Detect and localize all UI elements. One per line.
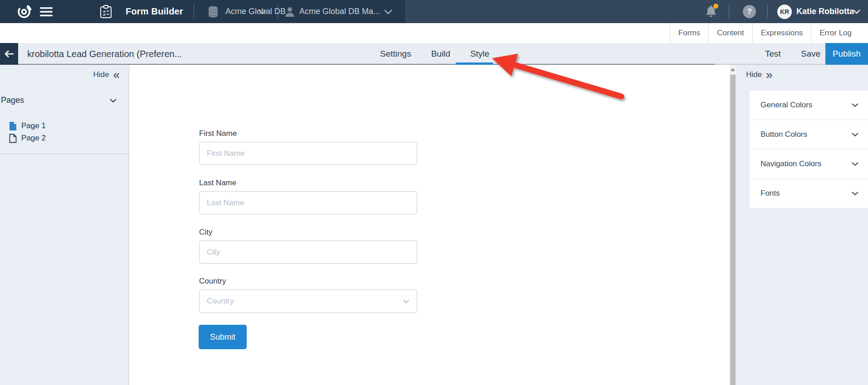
- navbar-divider: [729, 5, 729, 19]
- bell-icon[interactable]: [705, 0, 717, 23]
- hide-label: Hide: [746, 70, 762, 79]
- submit-button[interactable]: Submit: [199, 325, 247, 349]
- active-tab-underline: [456, 63, 493, 65]
- canvas-scrollbar: [730, 65, 736, 385]
- form-toolbar: krobilotta Lead Generation (Preferen... …: [0, 43, 868, 65]
- nav-item-expressions[interactable]: Expressions: [752, 23, 811, 43]
- chevron-down-icon: [851, 162, 859, 166]
- notification-badge: [713, 4, 718, 9]
- navbar-divider: [278, 5, 278, 19]
- form-field-country: Country Country: [199, 277, 417, 313]
- acoustic-logo-icon[interactable]: [16, 0, 32, 23]
- page-item-1[interactable]: Page 1: [0, 120, 129, 132]
- field-label: City: [199, 228, 417, 237]
- page-filled-icon: [9, 121, 17, 131]
- form-preview-canvas: First Name Last Name City Country Countr…: [130, 65, 729, 385]
- database-selector[interactable]: Acme Global DB: [225, 0, 286, 23]
- pages-section-title: Pages: [1, 96, 24, 105]
- back-button[interactable]: [0, 43, 18, 65]
- form-field-first-name: First Name: [199, 129, 417, 165]
- database-chevron-down-icon[interactable]: [258, 0, 267, 23]
- double-chevron-left-icon: «: [113, 70, 120, 79]
- top-navbar: Form Builder Acme Global DB Acme Global …: [0, 0, 868, 23]
- user-name[interactable]: Katie Robilotta: [796, 0, 854, 23]
- clipboard-icon: [100, 0, 112, 23]
- accordion-general-colors[interactable]: General Colors: [750, 91, 868, 120]
- city-input[interactable]: [199, 241, 417, 264]
- chevron-down-icon: [851, 103, 859, 107]
- publish-button[interactable]: Publish: [825, 43, 868, 65]
- style-accordion-card: General Colors Button Colors Navigation …: [750, 91, 868, 208]
- product-title: Form Builder: [126, 0, 183, 23]
- page-item-2[interactable]: Page 2: [0, 132, 129, 144]
- secondary-nav: Forms Content Expressions Error Log: [0, 23, 868, 43]
- form-field-city: City: [199, 228, 417, 264]
- scrollbar-thumb[interactable]: [730, 75, 736, 385]
- nav-item-forms[interactable]: Forms: [670, 23, 708, 43]
- pages-panel: Hide « Pages Page 1 Page 2: [0, 65, 129, 385]
- first-name-input[interactable]: [199, 142, 417, 165]
- accordion-button-colors[interactable]: Button Colors: [750, 120, 868, 149]
- org-selector[interactable]: Acme Global DB Ma...: [299, 0, 380, 23]
- page-label: Page 2: [21, 134, 46, 143]
- accordion-label: Button Colors: [761, 130, 807, 139]
- field-label: Country: [199, 277, 417, 286]
- style-options-panel: Hide » General Colors Button Colors Navi…: [736, 65, 868, 385]
- nav-item-content[interactable]: Content: [708, 23, 752, 43]
- person-icon: [285, 0, 295, 23]
- user-chevron-down-icon[interactable]: [853, 0, 861, 23]
- chevron-down-icon: [851, 132, 859, 137]
- toolbar-tabs: Settings Build Style: [380, 43, 489, 65]
- panel-divider: [0, 154, 129, 154]
- tab-settings[interactable]: Settings: [380, 49, 411, 59]
- nav-item-error-log[interactable]: Error Log: [811, 23, 860, 43]
- page-label: Page 1: [21, 121, 46, 130]
- test-button[interactable]: Test: [765, 43, 781, 65]
- user-avatar[interactable]: KR: [777, 0, 792, 23]
- accordion-label: Navigation Colors: [761, 159, 821, 168]
- hide-left-panel-button[interactable]: Hide «: [93, 70, 120, 79]
- accordion-label: General Colors: [761, 101, 812, 110]
- scrollbar-up-arrow[interactable]: [731, 68, 735, 71]
- form-field-last-name: Last Name: [199, 178, 417, 214]
- hamburger-menu-icon[interactable]: [40, 0, 53, 23]
- accordion-navigation-colors[interactable]: Navigation Colors: [750, 149, 868, 179]
- tab-style[interactable]: Style: [470, 49, 489, 59]
- form-title: krobilotta Lead Generation (Preferen...: [27, 43, 182, 65]
- select-chevron-down-icon: [403, 299, 410, 303]
- arrow-left-icon: [4, 50, 14, 58]
- select-placeholder: Country: [207, 297, 234, 306]
- pages-chevron-down-icon[interactable]: [109, 96, 117, 105]
- last-name-input[interactable]: [199, 191, 417, 214]
- field-label: First Name: [199, 129, 417, 138]
- field-label: Last Name: [199, 178, 417, 188]
- org-chevron-down-icon[interactable]: [384, 0, 393, 23]
- navbar-divider: [194, 5, 194, 19]
- page-outline-icon: [9, 134, 17, 143]
- hide-label: Hide: [93, 70, 109, 79]
- tab-build[interactable]: Build: [431, 49, 450, 59]
- country-select[interactable]: Country: [199, 289, 417, 313]
- navbar-divider: [767, 5, 768, 19]
- hide-right-panel-button[interactable]: Hide »: [746, 70, 772, 79]
- accordion-label: Fonts: [761, 189, 780, 198]
- avatar-initials: KR: [777, 5, 792, 19]
- help-icon[interactable]: ?: [743, 0, 756, 23]
- accordion-fonts[interactable]: Fonts: [750, 179, 868, 208]
- chevron-down-icon: [851, 191, 859, 196]
- double-chevron-right-icon: »: [766, 70, 772, 79]
- save-button[interactable]: Save: [801, 43, 820, 65]
- database-icon: [208, 0, 219, 23]
